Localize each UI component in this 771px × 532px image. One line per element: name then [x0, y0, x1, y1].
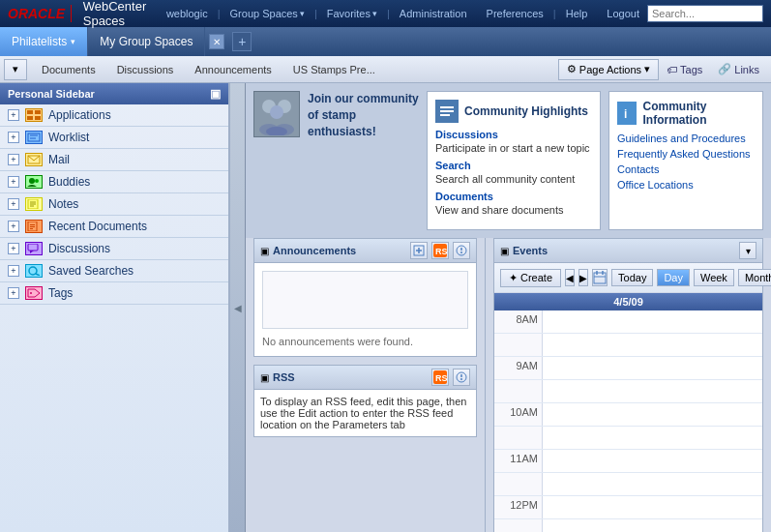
nav-links-container: weblogic | Group Spaces ▾ | Favorites ▾ … [159, 5, 647, 22]
events-month-view-button[interactable]: Month [738, 269, 771, 286]
nav-link-logout[interactable]: Logout [599, 5, 647, 22]
nav-sep-5: | [553, 8, 556, 19]
mail-icon [25, 153, 43, 166]
events-panel: ▣ Events ▾ ✦ Create ◀ ▶ [493, 238, 763, 532]
svg-rect-31 [440, 106, 454, 108]
sidebar-collapse-button[interactable]: ▣ [210, 87, 221, 101]
announcements-rss-button[interactable]: RSS [431, 242, 449, 259]
rss-feed-button[interactable]: RSS [431, 369, 449, 386]
rss-options-button[interactable] [453, 369, 470, 386]
sub-tab-discussions[interactable]: Discussions [106, 59, 185, 80]
time-content-8am-half [543, 334, 762, 356]
sidebar-item-recent-documents[interactable]: + Recent Documents [0, 216, 228, 238]
info-link-faq[interactable]: Frequently Asked Questions [617, 148, 755, 160]
global-search-input[interactable] [647, 5, 763, 22]
events-create-button[interactable]: ✦ Create [500, 269, 561, 287]
community-info-panel: i Community Information Guidelines and P… [608, 91, 763, 230]
time-content-12pm-half [543, 519, 762, 532]
worklist-icon [25, 131, 43, 144]
top-navigation: ORACLE WebCenter Spaces weblogic | Group… [0, 0, 771, 27]
nav-link-favorites[interactable]: Favorites ▾ [319, 5, 385, 22]
sidebar-item-tags[interactable]: + Tags [0, 282, 228, 305]
svg-text:i: i [624, 107, 627, 121]
sub-nav-dropdown[interactable]: ▾ [4, 59, 27, 80]
events-date-header: 4/5/09 [494, 293, 762, 310]
sidebar-header: Personal Sidebar ▣ [0, 83, 228, 104]
events-day-view-button[interactable]: Day [657, 269, 690, 286]
time-content-11am-half [543, 473, 762, 495]
links-button[interactable]: 🔗 Links [710, 59, 767, 80]
page-actions-button[interactable]: ⚙ Page Actions ▾ [558, 59, 659, 80]
time-row-9am-half [494, 380, 762, 403]
add-tab-button[interactable]: + [232, 32, 252, 51]
sub-tab-documents[interactable]: Documents [31, 59, 106, 80]
sidebar-item-notes[interactable]: + Notes [0, 193, 228, 216]
time-content-10am-half [543, 427, 762, 449]
rss-collapse-icon[interactable]: ▣ [260, 372, 269, 383]
tags-icon: 🏷 [667, 64, 677, 75]
highlight-desc-documents: View and share documents [435, 204, 592, 216]
announcements-collapse-icon[interactable]: ▣ [260, 246, 269, 256]
tab-my-group-spaces[interactable]: My Group Spaces [88, 27, 205, 56]
sidebar-item-discussions[interactable]: + Discussions [0, 238, 228, 260]
events-collapse-icon[interactable]: ▣ [500, 246, 509, 256]
rss-panel: ▣ RSS RSS To display an RSS feed, [253, 365, 477, 437]
tags-button[interactable]: 🏷 Tags [659, 59, 710, 80]
events-options-icon[interactable]: ▾ [739, 242, 756, 259]
group-spaces-arrow: ▾ [300, 9, 305, 18]
info-title-text: Community Information [642, 100, 755, 127]
nav-link-group-spaces[interactable]: Group Spaces ▾ [222, 5, 312, 22]
nav-link-preferences[interactable]: Preferences [479, 5, 551, 22]
info-link-office-locations[interactable]: Office Locations [617, 179, 755, 191]
sidebar-toggle-icon: ◀ [234, 303, 242, 313]
recent-documents-icon [25, 220, 43, 233]
product-name: WebCenter Spaces [83, 0, 149, 28]
announcements-new-button[interactable] [410, 242, 428, 259]
main-content: Personal Sidebar ▣ + Applications + Work… [0, 83, 771, 532]
announcements-panel: ▣ Announcements RSS [253, 238, 477, 357]
sidebar-item-mail[interactable]: + Mail [0, 149, 228, 171]
tab-close-button[interactable]: ✕ [209, 34, 224, 49]
announcements-text-area [262, 271, 468, 329]
events-today-button[interactable]: Today [611, 269, 653, 286]
time-row-11am-half [494, 473, 762, 496]
highlight-link-documents[interactable]: Documents [435, 191, 592, 202]
announcements-header-right: RSS [410, 242, 470, 259]
sidebar-item-saved-searches[interactable]: + Saved Searches [0, 260, 228, 282]
events-week-view-button[interactable]: Week [694, 269, 734, 286]
svg-point-43 [460, 251, 462, 253]
nav-link-weblogic[interactable]: weblogic [159, 5, 216, 22]
time-row-10am: 10AM [494, 403, 762, 427]
svg-rect-32 [440, 110, 454, 112]
time-row-8am: 8AM [494, 310, 762, 334]
sidebar-title: Personal Sidebar [8, 88, 95, 100]
sidebar-item-applications[interactable]: + Applications [0, 104, 228, 127]
sub-tab-announcements[interactable]: Announcements [184, 59, 282, 80]
tab-philatelists[interactable]: Philatelists ▾ [0, 27, 88, 56]
time-row-11am: 11AM [494, 450, 762, 473]
svg-point-8 [29, 178, 35, 184]
nav-link-administration[interactable]: Administration [392, 5, 475, 22]
sidebar-item-worklist[interactable]: + Worklist [0, 127, 228, 149]
nav-link-help[interactable]: Help [558, 5, 596, 22]
expand-icon-applications: + [8, 109, 19, 121]
announcements-options-button[interactable] [453, 242, 470, 259]
events-prev-button[interactable]: ◀ [565, 269, 575, 286]
expand-icon-worklist: + [8, 132, 19, 143]
highlight-link-search[interactable]: Search [435, 160, 592, 171]
sub-tab-us-stamps[interactable]: US Stamps Pre... [282, 59, 386, 80]
time-content-12pm [543, 496, 762, 518]
highlight-link-discussions[interactable]: Discussions [435, 129, 592, 140]
info-link-guidelines[interactable]: Guidelines and Procedures [617, 133, 755, 144]
svg-line-21 [36, 274, 40, 276]
highlights-title-icon [435, 100, 459, 123]
center-events-area: ▣ Events ▾ ✦ Create ◀ ▶ [486, 238, 771, 532]
info-link-contacts[interactable]: Contacts [617, 163, 755, 175]
events-calendar-icon[interactable] [592, 269, 608, 286]
time-label-12pm: 12PM [494, 496, 543, 518]
events-next-button[interactable]: ▶ [578, 269, 588, 286]
sidebar-toggle-button[interactable]: ◀ [230, 83, 246, 532]
nav-sep-1: | [218, 8, 221, 19]
time-content-9am [543, 357, 762, 379]
sidebar-item-buddies[interactable]: + Buddies [0, 171, 228, 193]
